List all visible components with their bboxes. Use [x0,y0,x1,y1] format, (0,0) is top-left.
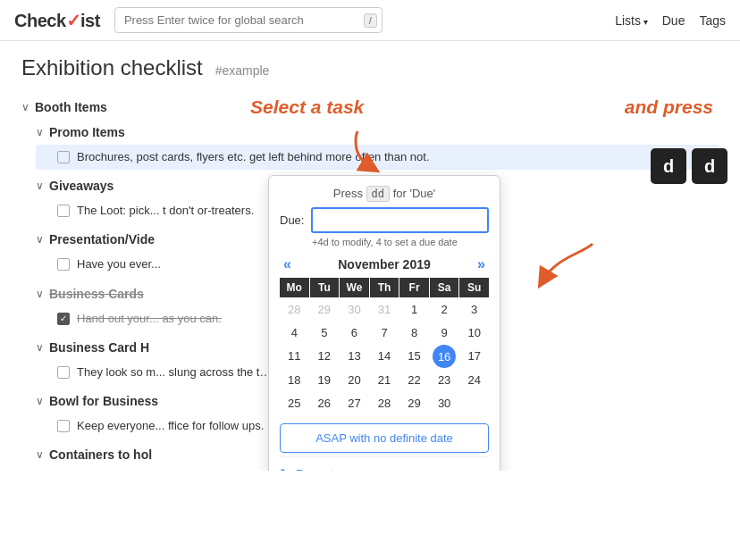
cal-next-icon[interactable]: » [474,256,489,272]
section-booth-items-header[interactable]: ∨ Booth Items [21,95,719,120]
dp-hint-dd: dd [366,186,390,202]
repeat-icon: ↻ [280,466,290,471]
divider [280,456,489,457]
bowl-title: Bowl for Business [49,394,158,408]
cal-day[interactable]: 30 [340,298,369,321]
page-title: Exhibition checklist [21,55,203,79]
task-checkbox[interactable] [57,151,70,163]
cal-day[interactable]: 7 [370,322,399,344]
task-text: They look so m... slung across the table… [77,364,273,380]
cal-day[interactable]: 31 [370,298,399,321]
dp-due-label: Due: [280,213,304,227]
business-cards-title: Business Cards [49,287,144,301]
cal-grid: Mo Tu We Th Fr Sa Su 28 29 30 31 1 2 3 4… [280,278,489,414]
nav-tags[interactable]: Tags [699,13,726,28]
page-tag: #example [215,63,270,78]
cal-day-empty [459,392,489,414]
cal-day-header-su: Su [459,278,489,297]
cal-day-header-sa: Sa [430,278,459,297]
cal-day[interactable]: 22 [399,369,429,391]
cal-day[interactable]: 19 [310,369,340,391]
cal-day[interactable]: 23 [430,369,459,391]
d-key-2: d [692,148,727,184]
nav-lists[interactable]: Lists [615,13,648,28]
search-input[interactable] [114,7,383,33]
cal-day[interactable]: 4 [280,322,309,344]
annotation-select-task: Select a task [250,96,364,118]
cal-day[interactable]: 5 [310,322,340,344]
app-logo: Check✓ist [14,10,100,31]
date-picker-popup: Press dd for 'Due' Due: +4d to modify, 4… [268,175,500,471]
cal-day[interactable]: 6 [340,322,369,344]
cal-day[interactable]: 18 [280,369,309,391]
task-text: Keep everyone... ffice for follow ups. [77,418,264,434]
biz-card-h-toggle-icon[interactable]: ∨ [36,341,44,354]
cal-day[interactable]: 8 [399,322,429,344]
cal-day[interactable]: 15 [399,345,429,368]
task-checkbox[interactable] [57,313,70,325]
cal-day[interactable]: 29 [310,298,340,321]
cal-header: « November 2019 » [280,256,489,272]
cal-day-header-th: Th [370,278,399,297]
task-checkbox[interactable] [57,205,70,217]
cal-day-today[interactable]: 16 [433,345,456,368]
giveaways-toggle-icon[interactable]: ∨ [36,180,44,192]
nav-links: Lists Due Tags [615,13,726,28]
cal-day-header-we: We [340,278,369,297]
promo-items-title: Promo Items [49,125,125,139]
task-text: Hand out your... as you can. [77,311,222,327]
page-title-area: Exhibition checklist #example [0,41,740,95]
section-toggle-icon[interactable]: ∨ [21,101,29,113]
cal-day[interactable]: 2 [430,298,459,321]
cal-day[interactable]: 17 [459,345,489,368]
cal-day[interactable]: 11 [280,345,309,368]
cal-day[interactable]: 24 [459,369,489,391]
cal-day[interactable]: 3 [459,298,489,321]
d-keys: d d [651,148,727,184]
containers-title: Containers to hol [49,447,152,462]
presentation-toggle-icon[interactable]: ∨ [36,233,44,246]
biz-cards-toggle-icon[interactable]: ∨ [36,288,44,300]
cal-day[interactable]: 13 [340,345,369,368]
search-slash-badge: / [364,13,377,28]
annotation-and-press: and press [625,96,713,118]
cal-day[interactable]: 28 [280,298,309,321]
task-checkbox[interactable] [57,258,70,271]
cal-day[interactable]: 25 [280,392,309,414]
asap-button[interactable]: ASAP with no definite date [280,423,489,453]
task-text: Have you ever... [77,256,161,272]
cal-day[interactable]: 10 [459,322,489,344]
cal-day[interactable]: 12 [310,345,340,368]
cal-day[interactable]: 20 [340,369,369,391]
repeat-link[interactable]: ↻ Repeat… [280,461,489,471]
task-text: The Loot: pick... t don't or-treaters. [77,203,254,219]
cal-day[interactable]: 29 [399,392,429,414]
giveaways-title: Giveaways [49,179,114,193]
search-bar[interactable]: / [114,7,383,33]
task-checkbox[interactable] [57,420,70,432]
presentation-title: Presentation/Vide [49,232,155,247]
dp-modify-hint: +4d to modify, 4 to set a due date [280,237,489,247]
cal-day[interactable]: 27 [340,392,369,414]
cal-day[interactable]: 1 [399,298,429,321]
cal-day[interactable]: 14 [370,345,399,368]
containers-toggle-icon[interactable]: ∨ [36,448,44,461]
arrow-down-icon [340,127,393,179]
cal-month-label: November 2019 [338,257,431,272]
nav-due[interactable]: Due [662,13,685,28]
cal-day[interactable]: 26 [310,392,340,414]
cal-day[interactable]: 28 [370,392,399,414]
cal-day-header-tu: Tu [310,278,340,297]
task-checkbox[interactable] [57,366,70,379]
cal-day[interactable]: 21 [370,369,399,391]
dp-hint: Press dd for 'Due' [280,187,489,200]
dp-due-input[interactable] [311,207,489,233]
section-title: Booth Items [35,100,107,114]
cal-day[interactable]: 9 [430,322,459,344]
cal-day[interactable]: 30 [430,392,459,414]
bowl-toggle-icon[interactable]: ∨ [36,395,44,407]
promo-toggle-icon[interactable]: ∨ [36,126,44,138]
d-key-1: d [651,148,686,184]
cal-prev-icon[interactable]: « [280,256,295,272]
logo-check-icon: ✓ [66,11,81,30]
